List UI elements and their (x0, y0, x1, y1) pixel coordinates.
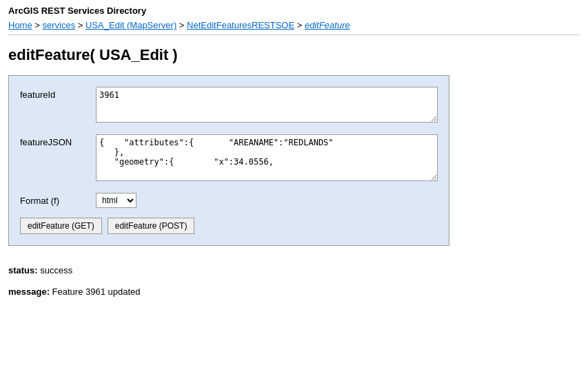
featureid-field: 3961 (96, 87, 438, 125)
button-row: editFeature (GET) editFeature (POST) (20, 218, 438, 234)
format-select[interactable]: html json pjson (96, 193, 136, 208)
message-line: message: Feature 3961 updated (8, 284, 580, 300)
featurejson-textarea[interactable]: { "attributes":{ "AREANAME":"REDLANDS" }… (96, 134, 438, 181)
message-text: Feature 3961 updated (52, 286, 141, 297)
breadcrumb-soe[interactable]: NetEditFeaturesRESTSOE (187, 20, 294, 30)
status-label: status: (8, 265, 38, 275)
result-section: status: success message: Feature 3961 up… (8, 262, 580, 300)
featureid-row: featureId 3961 (20, 87, 438, 125)
status-text: success (40, 265, 72, 275)
featurejson-label: featureJSON (20, 134, 96, 147)
page-title: editFeature( USA_Edit ) (8, 46, 580, 64)
status-line: status: success (8, 262, 580, 278)
featurejson-field: { "attributes":{ "AREANAME":"REDLANDS" }… (96, 134, 438, 183)
breadcrumb-operation[interactable]: editFeature (305, 20, 350, 30)
get-button[interactable]: editFeature (GET) (20, 218, 102, 234)
app-title: ArcGIS REST Services Directory (8, 6, 580, 16)
form-container: featureId 3961 featureJSON { "attributes… (8, 75, 449, 246)
featureid-textarea[interactable]: 3961 (96, 87, 438, 123)
breadcrumb: Home > services > USA_Edit (MapServer) >… (8, 20, 580, 35)
breadcrumb-services[interactable]: services (43, 20, 76, 30)
format-label: Format (f) (20, 196, 96, 206)
format-row: Format (f) html json pjson (20, 193, 438, 208)
breadcrumb-home[interactable]: Home (8, 20, 32, 30)
featureid-label: featureId (20, 87, 96, 100)
breadcrumb-mapserver[interactable]: USA_Edit (MapServer) (85, 20, 176, 30)
post-button[interactable]: editFeature (POST) (108, 218, 195, 234)
message-label: message: (8, 286, 50, 297)
featurejson-row: featureJSON { "attributes":{ "AREANAME":… (20, 134, 438, 183)
